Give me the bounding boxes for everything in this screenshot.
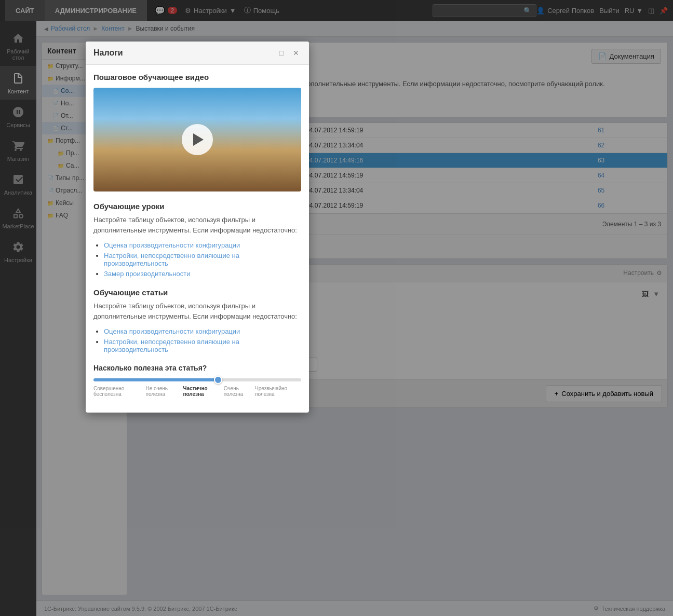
slider-label: Не очень полезна (146, 386, 183, 397)
modal-body: Пошаговое обучающее видео Обучающие урок… (86, 65, 309, 413)
lesson-link[interactable]: Оценка производительности конфигурации (104, 241, 240, 249)
list-item: Оценка производительности конфигурации (104, 327, 301, 335)
list-item: Замер производительности (104, 270, 301, 278)
slider-label: Совершенно бесполезна (93, 386, 146, 397)
lesson-link[interactable]: Замер производительности (104, 270, 190, 278)
lessons-link-list: Оценка производительности конфигурацииНа… (93, 241, 301, 278)
list-item: Оценка производительности конфигурации (104, 241, 301, 249)
list-item: Настройки, непосредственно влияющие на п… (104, 338, 301, 353)
modal-video-title: Пошаговое обучающее видео (93, 73, 301, 81)
modal-lessons-desc: Настройте таблицу объектов, используя фи… (93, 215, 301, 235)
list-item: Настройки, непосредственно влияющие на п… (104, 252, 301, 267)
modal-title: Налоги (93, 48, 123, 58)
modal-controls: □ ✕ (276, 48, 301, 58)
slider-label: Очень полезна (224, 386, 255, 397)
modal-articles-desc: Настройте таблицу объектов, используя фи… (93, 301, 301, 321)
modal-articles-title: Обучающие статьи (93, 288, 301, 297)
play-button[interactable] (182, 124, 213, 155)
modal-rating-title: Насколько полезна эта статья? (93, 364, 301, 372)
articles-link-list: Оценка производительности конфигурацииНа… (93, 327, 301, 353)
slider-labels: Совершенно бесполезнаНе очень полезнаЧас… (93, 386, 301, 397)
rating-slider[interactable]: Совершенно бесполезнаНе очень полезнаЧас… (93, 378, 301, 397)
video-thumbnail[interactable] (93, 88, 301, 191)
article-link[interactable]: Оценка производительности конфигурации (104, 327, 240, 335)
modal-close-btn[interactable]: ✕ (291, 48, 301, 58)
slider-track (93, 378, 301, 381)
article-link[interactable]: Настройки, непосредственно влияющие на п… (104, 338, 239, 353)
slider-thumb[interactable] (214, 376, 222, 384)
modal-overlay[interactable]: Налоги □ ✕ Пошаговое обучающее видео Обу… (0, 0, 673, 616)
lesson-link[interactable]: Настройки, непосредственно влияющие на п… (104, 252, 239, 267)
slider-label: Частично полезна (183, 386, 223, 397)
modal-maximize-btn[interactable]: □ (276, 48, 287, 58)
slider-label: Чрезвычайно полезна (255, 386, 301, 397)
modal-dialog: Налоги □ ✕ Пошаговое обучающее видео Обу… (86, 42, 309, 413)
modal-header: Налоги □ ✕ (86, 42, 309, 65)
modal-lessons-title: Обучающие уроки (93, 202, 301, 211)
